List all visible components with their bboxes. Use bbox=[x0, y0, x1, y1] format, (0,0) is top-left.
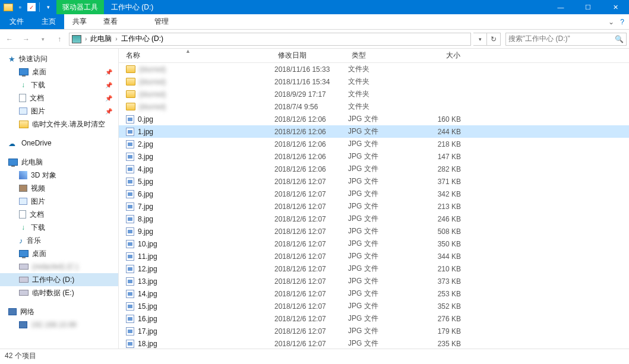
file-row[interactable]: (blurred) 2018/7/4 9:56 文件夹 bbox=[119, 100, 629, 113]
file-row[interactable]: 10.jpg 2018/12/6 12:07 JPG 文件 350 KB bbox=[119, 238, 629, 250]
col-header-size[interactable]: 大小 bbox=[417, 49, 464, 62]
forward-button[interactable]: → bbox=[19, 32, 33, 46]
sidebar-onedrive[interactable]: ☁ OneDrive bbox=[0, 137, 118, 150]
qat-dropdown-icon[interactable]: ▾ bbox=[43, 2, 53, 12]
file-name: 8.jpg bbox=[138, 215, 153, 223]
refresh-button[interactable]: ↻ bbox=[487, 33, 501, 46]
file-type: JPG 文件 bbox=[348, 189, 417, 199]
file-row[interactable]: 17.jpg 2018/12/6 12:07 JPG 文件 179 KB bbox=[119, 325, 629, 337]
ribbon-collapse-chevron-icon[interactable]: ⌄ bbox=[608, 18, 614, 26]
window-title: 工作中心 (D:) bbox=[104, 2, 160, 12]
sidebar-item[interactable]: 临时文件夹.请及时清空 bbox=[0, 118, 118, 131]
file-type: JPG 文件 bbox=[348, 214, 417, 224]
file-row[interactable]: (blurred) 2018/9/29 17:17 文件夹 bbox=[119, 88, 629, 100]
file-row[interactable]: 15.jpg 2018/12/6 12:07 JPG 文件 352 KB bbox=[119, 300, 629, 312]
sidebar-item[interactable]: (redacted) (C:) bbox=[0, 260, 118, 273]
back-button[interactable]: ← bbox=[2, 32, 17, 46]
file-date: 2018/12/6 12:06 bbox=[274, 153, 348, 161]
file-row[interactable]: 3.jpg 2018/12/6 12:06 JPG 文件 147 KB bbox=[119, 150, 629, 163]
sidebar-item[interactable]: 视频 bbox=[0, 182, 118, 195]
file-row[interactable]: 0.jpg 2018/12/6 12:06 JPG 文件 160 KB bbox=[119, 113, 629, 125]
maximize-button[interactable]: ☐ bbox=[574, 0, 602, 14]
file-row[interactable]: 5.jpg 2018/12/6 12:07 JPG 文件 371 KB bbox=[119, 175, 629, 188]
col-header-name[interactable]: 名称 bbox=[119, 49, 274, 62]
file-row[interactable]: 2.jpg 2018/12/6 12:06 JPG 文件 218 KB bbox=[119, 138, 629, 150]
file-date: 2018/12/6 12:07 bbox=[274, 202, 348, 211]
image-file-icon bbox=[126, 178, 134, 186]
tab-view[interactable]: 查看 bbox=[95, 14, 126, 29]
qat-btn-1[interactable]: ▫ bbox=[15, 2, 25, 12]
breadcrumb-thispc[interactable]: 此电脑 bbox=[90, 34, 112, 44]
sidebar-item[interactable]: 192.168.10.99 bbox=[0, 318, 118, 331]
col-header-type[interactable]: 类型 bbox=[348, 49, 417, 62]
sidebar-item[interactable]: 文档 bbox=[0, 208, 118, 221]
address-bar[interactable]: › 此电脑 › 工作中心 (D:) bbox=[69, 33, 471, 46]
sidebar-item[interactable]: 3D 对象 bbox=[0, 169, 118, 182]
context-tab-drive-tools[interactable]: 驱动器工具 bbox=[56, 0, 104, 14]
sidebar-quick-access[interactable]: ★ 快速访问 bbox=[0, 52, 118, 65]
search-box[interactable]: 搜索"工作中心 (D:)" 🔍 bbox=[505, 33, 627, 46]
file-list[interactable]: (blurred) 2018/11/16 15:33 文件夹 (blurred)… bbox=[119, 63, 629, 350]
monitor-icon bbox=[19, 250, 29, 257]
title-bar: ▫ ✓ ▾ 驱动器工具 工作中心 (D:) ― ☐ ✕ bbox=[0, 0, 629, 14]
sidebar-item[interactable]: ↓下载 bbox=[0, 221, 118, 234]
sidebar-item[interactable]: 图片 bbox=[0, 195, 118, 208]
tab-home[interactable]: 主页 bbox=[33, 14, 64, 29]
recent-dropdown-icon[interactable]: ▾ bbox=[36, 32, 50, 46]
pin-icon: 📌 bbox=[105, 95, 112, 102]
file-tab[interactable]: 文件 bbox=[0, 14, 33, 29]
file-row[interactable]: 9.jpg 2018/12/6 12:07 JPG 文件 508 KB bbox=[119, 225, 629, 238]
sidebar-item-label: 音乐 bbox=[27, 236, 41, 246]
sidebar-thispc[interactable]: 此电脑 bbox=[0, 156, 118, 169]
breadcrumb-current[interactable]: 工作中心 (D:) bbox=[121, 34, 163, 44]
file-size: 350 KB bbox=[417, 240, 464, 248]
sidebar-item[interactable]: 文档📌 bbox=[0, 91, 118, 105]
file-row[interactable]: 16.jpg 2018/12/6 12:07 JPG 文件 276 KB bbox=[119, 312, 629, 325]
up-button[interactable]: ↑ bbox=[52, 32, 67, 46]
sidebar-network[interactable]: 网络 bbox=[0, 305, 118, 318]
sidebar-item-label: 图片 bbox=[31, 106, 45, 116]
file-size: 179 KB bbox=[417, 327, 464, 335]
file-date: 2018/11/16 15:34 bbox=[274, 78, 348, 86]
file-size: 253 KB bbox=[417, 290, 464, 298]
file-row[interactable]: 4.jpg 2018/12/6 12:06 JPG 文件 282 KB bbox=[119, 163, 629, 175]
monitor-icon bbox=[19, 68, 29, 75]
tab-share[interactable]: 共享 bbox=[64, 14, 95, 29]
qat-checked-icon[interactable]: ✓ bbox=[27, 3, 36, 11]
sidebar-item[interactable]: 桌面 bbox=[0, 247, 118, 260]
image-file-icon bbox=[126, 315, 134, 323]
search-placeholder: 搜索"工作中心 (D:)" bbox=[508, 34, 570, 44]
tab-manage[interactable]: 管理 bbox=[146, 14, 177, 29]
minimize-button[interactable]: ― bbox=[547, 0, 574, 14]
body: ★ 快速访问 桌面📌↓下载📌文档📌图片📌临时文件夹.请及时清空 ☁ OneDri… bbox=[0, 49, 629, 349]
sidebar-item[interactable]: 桌面📌 bbox=[0, 65, 118, 78]
file-row[interactable]: 1.jpg 2018/12/6 12:06 JPG 文件 244 KB bbox=[119, 125, 629, 138]
search-icon[interactable]: 🔍 bbox=[615, 35, 624, 43]
file-row[interactable]: 11.jpg 2018/12/6 12:07 JPG 文件 344 KB bbox=[119, 250, 629, 262]
network-icon bbox=[19, 321, 27, 328]
col-header-date[interactable]: 修改日期 bbox=[274, 49, 348, 62]
sidebar-item[interactable]: ♪音乐 bbox=[0, 234, 118, 247]
sidebar-item[interactable]: 临时数据 (E:) bbox=[0, 286, 118, 299]
file-row[interactable]: 14.jpg 2018/12/6 12:07 JPG 文件 253 KB bbox=[119, 287, 629, 300]
image-file-icon bbox=[126, 252, 134, 261]
sidebar-item[interactable]: 图片📌 bbox=[0, 105, 118, 118]
file-size: 235 KB bbox=[417, 340, 464, 348]
close-button[interactable]: ✕ bbox=[602, 0, 629, 14]
file-size: 244 KB bbox=[417, 128, 464, 136]
sidebar-item[interactable]: 工作中心 (D:) bbox=[0, 273, 118, 286]
address-history-dropdown[interactable]: ▾ bbox=[473, 33, 487, 46]
file-row[interactable]: 13.jpg 2018/12/6 12:07 JPG 文件 373 KB bbox=[119, 275, 629, 287]
file-row[interactable]: 7.jpg 2018/12/6 12:07 JPG 文件 213 KB bbox=[119, 200, 629, 213]
file-row[interactable]: 12.jpg 2018/12/6 12:07 JPG 文件 210 KB bbox=[119, 262, 629, 275]
file-row[interactable]: 6.jpg 2018/12/6 12:07 JPG 文件 342 KB bbox=[119, 188, 629, 200]
file-row[interactable]: (blurred) 2018/11/16 15:34 文件夹 bbox=[119, 75, 629, 88]
file-row[interactable]: (blurred) 2018/11/16 15:33 文件夹 bbox=[119, 63, 629, 75]
sidebar-item[interactable]: ↓下载📌 bbox=[0, 78, 118, 91]
file-row[interactable]: 18.jpg 2018/12/6 12:07 JPG 文件 235 KB bbox=[119, 337, 629, 350]
file-name: 3.jpg bbox=[138, 153, 153, 161]
pin-icon: 📌 bbox=[105, 69, 112, 75]
drive-icon bbox=[19, 264, 29, 270]
help-icon[interactable]: ? bbox=[620, 18, 624, 26]
file-row[interactable]: 8.jpg 2018/12/6 12:07 JPG 文件 246 KB bbox=[119, 213, 629, 225]
